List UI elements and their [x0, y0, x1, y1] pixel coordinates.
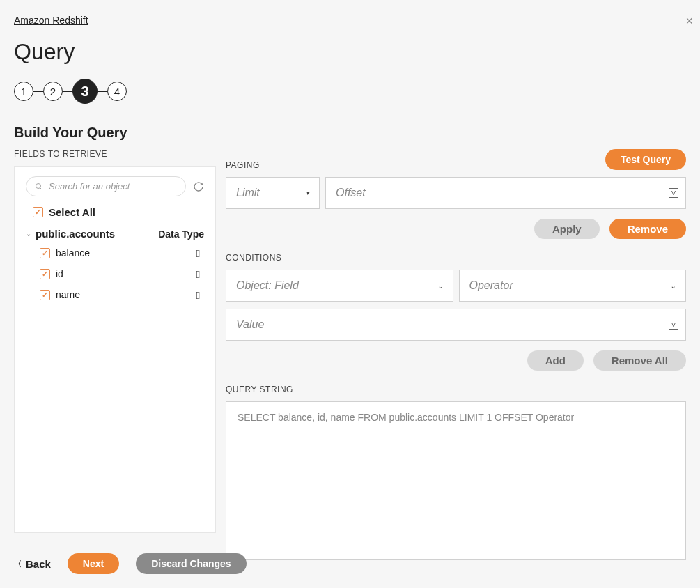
object-field-dropdown[interactable]: Object: Field ⌄ [226, 270, 453, 302]
offset-placeholder: Offset [336, 187, 366, 199]
page-title: Query [14, 39, 686, 65]
breadcrumb-link[interactable]: Amazon Redshift [14, 15, 88, 26]
value-input[interactable]: Value V [226, 309, 686, 341]
chevron-left-icon: 〈 [14, 559, 22, 569]
bottom-bar: 〈 Back Next Discard Changes [14, 553, 247, 574]
add-button[interactable]: Add [527, 350, 584, 371]
apply-button[interactable]: Apply [534, 219, 600, 239]
chevron-down-icon: ⌄ [670, 282, 676, 290]
step-1[interactable]: 1 [14, 82, 33, 101]
back-button[interactable]: 〈 Back [14, 558, 51, 570]
limit-placeholder: Limit [236, 187, 260, 199]
offset-input[interactable]: Offset V [325, 177, 686, 209]
limit-dropdown[interactable]: Limit ▾ [226, 177, 320, 209]
field-checkbox-balance[interactable] [40, 248, 50, 258]
step-3[interactable]: 3 [72, 79, 98, 104]
paging-label: PAGING [226, 160, 260, 170]
svg-line-1 [40, 187, 42, 189]
field-name: id [56, 268, 63, 279]
close-icon[interactable]: × [685, 14, 693, 29]
test-query-button[interactable]: Test Query [605, 149, 686, 170]
field-row: name [] [26, 284, 204, 305]
remove-button[interactable]: Remove [609, 219, 686, 239]
search-icon [35, 183, 43, 191]
data-type-icon: [] [196, 291, 200, 299]
step-connector [33, 91, 43, 92]
field-row: balance [] [26, 242, 204, 263]
search-input[interactable] [49, 181, 177, 192]
next-button[interactable]: Next [68, 553, 119, 574]
data-type-header: Data Type [158, 229, 204, 240]
value-placeholder: Value [236, 318, 264, 331]
operator-dropdown[interactable]: Operator ⌄ [459, 270, 687, 302]
search-box[interactable] [26, 176, 186, 196]
remove-all-button[interactable]: Remove All [593, 350, 686, 371]
data-type-icon: [] [196, 270, 200, 278]
step-2[interactable]: 2 [43, 82, 63, 101]
back-label: Back [26, 558, 51, 570]
field-name: balance [56, 247, 90, 258]
step-connector [63, 91, 72, 92]
table-toggle[interactable]: ⌄ public.accounts [26, 228, 115, 240]
svg-point-0 [36, 183, 41, 188]
table-name: public.accounts [36, 228, 115, 240]
field-name: name [56, 289, 80, 300]
chevron-down-icon: ⌄ [437, 282, 443, 290]
chevron-down-icon: ⌄ [26, 230, 31, 238]
variable-icon[interactable]: V [669, 188, 678, 198]
stepper: 1 2 3 4 [14, 79, 686, 104]
step-4[interactable]: 4 [107, 82, 127, 101]
field-checkbox-id[interactable] [40, 269, 50, 279]
section-header: Build Your Query [14, 125, 686, 141]
object-field-placeholder: Object: Field [236, 279, 299, 292]
field-row: id [] [26, 263, 204, 284]
data-type-icon: [] [196, 249, 200, 257]
operator-placeholder: Operator [469, 279, 513, 292]
refresh-icon[interactable] [193, 181, 204, 192]
conditions-label: CONDITIONS [226, 253, 686, 263]
select-all-checkbox[interactable] [33, 207, 43, 217]
query-string-label: QUERY STRING [226, 385, 686, 394]
discard-changes-button[interactable]: Discard Changes [136, 553, 246, 574]
field-checkbox-name[interactable] [40, 290, 50, 300]
fields-to-retrieve-label: FIELDS TO RETRIEVE [14, 149, 216, 159]
query-string-box[interactable]: SELECT balance, id, name FROM public.acc… [226, 401, 686, 560]
step-connector [98, 91, 107, 92]
chevron-down-icon: ▾ [306, 189, 309, 196]
variable-icon[interactable]: V [669, 320, 678, 330]
fields-card: Select All ⌄ public.accounts Data Type b… [14, 166, 216, 533]
select-all-label: Select All [49, 206, 95, 218]
